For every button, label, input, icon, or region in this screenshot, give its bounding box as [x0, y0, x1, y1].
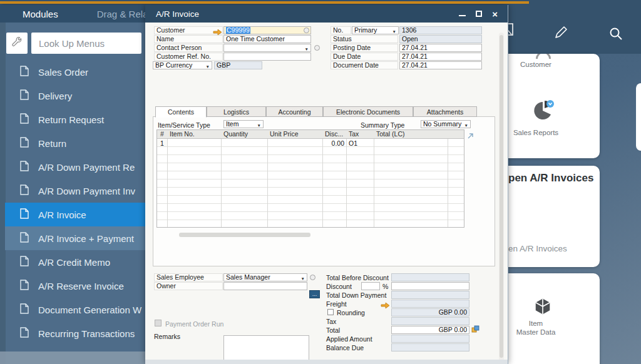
total-field[interactable]: GBP 0.00	[391, 326, 469, 334]
no-label: No.	[331, 26, 351, 34]
sidebar-item-document-generation[interactable]: Document Generation W	[5, 298, 145, 321]
contact-person-dropdown[interactable]	[223, 44, 311, 52]
sidebar-item-return[interactable]: Return	[5, 131, 145, 155]
row1-num[interactable]: 1	[157, 139, 167, 146]
customer-ref-field[interactable]	[223, 53, 311, 61]
customer-field[interactable]: C99999	[223, 26, 311, 34]
due-date-label: Due Date	[331, 53, 398, 61]
sidebar-item-label: Recurring Transactions	[38, 328, 135, 339]
expand-table-icon[interactable]	[467, 131, 474, 142]
link-arrow-icon[interactable]	[213, 27, 222, 34]
col-header-total-lc[interactable]: Total (LC)	[374, 130, 448, 139]
tab-accounting[interactable]: Accounting	[266, 106, 323, 117]
discount-label: Discount	[326, 283, 352, 290]
menu-settings-button[interactable]	[6, 33, 28, 54]
ar-invoice-dialog: A/R Invoice × Customer C99999 Name One T…	[145, 5, 508, 364]
edit-pencil-icon[interactable]	[553, 25, 568, 43]
row1-tax-code[interactable]: O1	[349, 139, 357, 147]
col-header-discount[interactable]: Disc...	[322, 130, 346, 139]
col-header-tax-code[interactable]: Tax Code	[346, 130, 374, 139]
total-label: Total	[326, 326, 340, 334]
sidebar-item-delivery[interactable]: Delivery	[5, 84, 145, 108]
table-horizontal-scrollbar[interactable]	[179, 233, 310, 237]
col-header-filler	[448, 130, 464, 139]
contact-person-label: Contact Person	[154, 44, 223, 52]
dialog-title: A/R Invoice	[156, 9, 199, 19]
sidebar-item-label: Return	[38, 138, 66, 149]
summary-type-dropdown[interactable]: No Summary	[421, 120, 471, 128]
window-top-accent	[0, 1, 529, 4]
discount-percent-field[interactable]	[361, 282, 380, 290]
col-header-item-no[interactable]: Item No.	[167, 130, 221, 139]
name-label: Name	[154, 35, 223, 43]
sales-employee-browse-icon[interactable]	[310, 275, 315, 280]
col-header-quantity[interactable]: Quantity	[221, 130, 267, 139]
col-header-num[interactable]: #	[157, 130, 167, 139]
remarks-label: Remarks	[154, 333, 180, 340]
sidebar-item-return-request[interactable]: Return Request	[5, 108, 145, 131]
search-icon[interactable]	[608, 26, 623, 44]
document-icon	[20, 113, 29, 126]
document-icon	[20, 280, 29, 292]
sidebar-item-label: A/R Reserve Invoice	[38, 281, 124, 291]
freight-link-arrow-icon[interactable]	[381, 300, 390, 307]
sidebar-item-ar-invoice-payment[interactable]: A/R Invoice + Payment	[5, 226, 145, 250]
freight-field	[391, 300, 469, 308]
no-series-dropdown[interactable]: Primary	[352, 26, 399, 34]
sidebar-item-ar-reserve-invoice[interactable]: A/R Reserve Invoice	[5, 274, 145, 298]
item-service-type-dropdown[interactable]: Item	[223, 120, 264, 128]
wrench-icon	[11, 36, 23, 51]
balance-due-field	[391, 343, 469, 351]
tab-attachments[interactable]: Attachments	[413, 106, 477, 117]
rounding-checkbox[interactable]	[327, 309, 334, 315]
tab-logistics[interactable]: Logistics	[207, 106, 266, 117]
sidebar-item-ar-down-payment-request[interactable]: A/R Down Payment Re	[5, 155, 145, 179]
status-label: Status	[331, 35, 398, 43]
minimize-icon[interactable]	[459, 11, 466, 16]
due-date-field[interactable]: 27.04.21	[399, 53, 482, 61]
lookup-menus-input[interactable]	[31, 33, 141, 54]
status-field: Open	[399, 35, 482, 43]
maximize-icon[interactable]	[476, 11, 482, 17]
sales-reports-pie-icon[interactable]	[532, 99, 555, 124]
close-icon[interactable]: ×	[492, 9, 498, 19]
open-invoices-link[interactable]: en A/R Invoices	[508, 244, 567, 253]
choose-from-list-icon[interactable]	[304, 28, 309, 33]
customer-value: C99999	[226, 26, 250, 34]
tab-contents[interactable]: Contents	[155, 106, 207, 118]
col-header-unit-price[interactable]: Unit Price	[267, 130, 322, 139]
sidebar-item-sales-order[interactable]: Sales Order	[5, 60, 145, 84]
dialog-titlebar[interactable]: A/R Invoice ×	[145, 5, 508, 23]
sidebar-item-ar-credit-memo[interactable]: A/R Credit Memo	[5, 250, 145, 274]
sidebar-item-label: A/R Credit Memo	[38, 257, 110, 268]
sidebar-item-ar-invoice[interactable]: A/R Invoice	[5, 203, 145, 226]
sidebar-item-recurring-transactions[interactable]: Recurring Transactions	[5, 321, 145, 345]
row1-discount[interactable]: 0.00	[322, 139, 344, 147]
discount-amount-field[interactable]	[391, 282, 469, 290]
dialog-vertical-scrollbar[interactable]	[499, 33, 504, 361]
modules-menubar: Modules Drag & Rela	[0, 5, 145, 23]
tab-modules[interactable]: Modules	[23, 9, 58, 19]
document-icon	[20, 232, 29, 245]
total-down-payment-field	[391, 291, 469, 299]
sidebar-item-ar-down-payment-invoice[interactable]: A/R Down Payment Inv	[5, 179, 145, 203]
document-date-label: Document Date	[331, 61, 398, 69]
down-payment-browse-button[interactable]: ...	[309, 290, 320, 298]
sales-employee-dropdown[interactable]: Sales Manager	[223, 273, 307, 281]
tab-drag-relate[interactable]: Drag & Rela	[97, 9, 145, 19]
document-icon	[20, 161, 29, 173]
items-table-body[interactable]	[157, 139, 464, 227]
name-field[interactable]: One Time Customer	[223, 35, 311, 43]
no-value-field: 1306	[399, 26, 482, 34]
bp-currency-dropdown[interactable]: BP Currency	[153, 61, 212, 69]
contact-person-browse-icon[interactable]	[314, 45, 320, 51]
document-icon	[20, 256, 29, 268]
posting-date-field[interactable]: 27.04.21	[399, 44, 482, 52]
document-date-field[interactable]: 27.04.21	[399, 61, 482, 69]
open-invoices-title: pen A/R Invoices	[508, 172, 593, 185]
item-service-type-label: Item/Service Type	[158, 121, 210, 129]
copy-balance-icon[interactable]	[471, 325, 479, 336]
tab-electronic-documents[interactable]: Electronic Documents	[323, 106, 413, 117]
owner-field[interactable]	[223, 282, 307, 290]
rounding-field: GBP 0.00	[391, 308, 469, 316]
